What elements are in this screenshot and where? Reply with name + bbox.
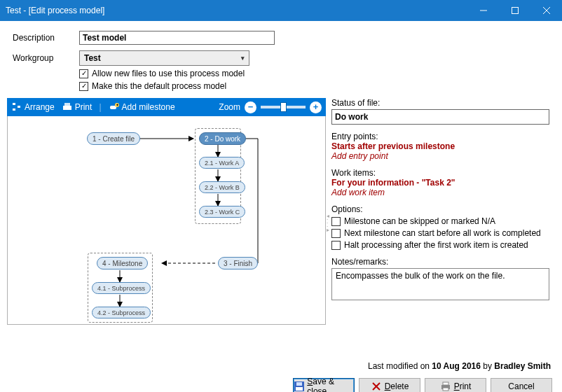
maximize-button[interactable] [499, 0, 530, 21]
workgroup-select[interactable]: Test ▾ [79, 50, 249, 66]
node-work-a[interactable]: 2.1 - Work A [199, 157, 245, 169]
svg-rect-20 [296, 387, 303, 391]
entry-point-item[interactable]: Starts after previous milestone [331, 141, 549, 151]
options-label: Options: [331, 204, 549, 214]
entry-points-label: Entry points: [331, 132, 549, 141]
workgroup-label: Workgroup [13, 53, 79, 63]
allow-new-files-label: Allow new files to use this process mode… [92, 69, 245, 78]
zoom-slider[interactable] [261, 106, 306, 108]
node-work-b[interactable]: 2.2 - Work B [199, 181, 245, 193]
save-icon [294, 381, 304, 392]
notes-label: Notes/remarks: [331, 257, 549, 267]
diagram-canvas[interactable]: 1 - Create file 2 - Do work 2.1 - Work A… [7, 116, 326, 325]
svg-rect-1 [512, 8, 518, 14]
zoom-out-button[interactable]: − [245, 102, 256, 113]
node-create-file[interactable]: 1 - Create file [87, 132, 140, 145]
description-input[interactable] [79, 31, 275, 45]
option-next-label: Next milestone can start before all work… [344, 228, 541, 238]
status-input[interactable] [331, 109, 549, 125]
chevron-down-icon: ▾ [241, 55, 245, 62]
svg-rect-26 [443, 388, 448, 391]
print-button[interactable]: Print [425, 378, 486, 392]
node-finish[interactable]: 3 - Finish [218, 257, 258, 270]
delete-button[interactable]: Delete [359, 378, 420, 392]
node-subprocess-1[interactable]: 4.1 - Subprocess [92, 282, 151, 294]
add-entry-point-link[interactable]: Add entry point [331, 151, 549, 161]
last-modified: Last modified on 10 Aug 2016 by Bradley … [368, 361, 551, 371]
status-label: Status of file: [331, 98, 549, 108]
svg-rect-7 [63, 106, 71, 110]
close-button[interactable] [530, 0, 562, 21]
option-skip-checkbox[interactable] [331, 217, 341, 226]
diagram-toolbar: Arrange Print | ✦ Add milestone Zoom − + [7, 98, 326, 116]
notes-textarea[interactable] [331, 268, 549, 300]
add-milestone-button[interactable]: ✦ Add milestone [109, 102, 175, 113]
titlebar: Test - [Edit process model] [0, 0, 562, 21]
svg-rect-8 [64, 103, 70, 106]
svg-rect-5 [13, 108, 15, 111]
splitter-handle[interactable]: ◂···▸ [327, 213, 329, 229]
make-default-checkbox[interactable] [79, 82, 88, 91]
svg-rect-25 [443, 382, 448, 385]
svg-rect-6 [18, 106, 20, 108]
make-default-label: Make this the default process model [92, 81, 226, 91]
print-icon [62, 102, 73, 113]
node-subprocess-2[interactable]: 4.2 - Subprocess [92, 307, 151, 318]
add-milestone-icon: ✦ [109, 102, 120, 113]
add-work-item-link[interactable]: Add work item [331, 188, 549, 197]
arrange-icon [11, 102, 22, 113]
arrange-button[interactable]: Arrange [11, 102, 55, 113]
toolbar-print-button[interactable]: Print [62, 102, 92, 113]
svg-rect-21 [296, 382, 302, 386]
work-items-label: Work items: [331, 168, 549, 178]
description-label: Description [13, 33, 79, 43]
print-icon [440, 381, 451, 392]
delete-icon [371, 381, 382, 392]
svg-rect-4 [13, 103, 15, 105]
node-work-c[interactable]: 2.3 - Work C [199, 206, 245, 218]
node-milestone[interactable]: 4 - Milestone [97, 257, 148, 270]
zoom-label: Zoom [219, 102, 240, 112]
zoom-in-button[interactable]: + [310, 102, 322, 113]
save-close-button[interactable]: Save & close [293, 378, 355, 392]
option-halt-label: Halt processing after the first work ite… [344, 240, 528, 250]
option-skip-label: Milestone can be skipped or marked N/A [344, 216, 495, 226]
cancel-button[interactable]: Cancel [491, 378, 552, 392]
allow-new-files-checkbox[interactable] [79, 69, 88, 78]
workgroup-value: Test [84, 53, 101, 63]
window-title: Test - [Edit process model] [6, 6, 467, 15]
node-do-work[interactable]: 2 - Do work [199, 132, 246, 145]
minimize-button[interactable] [467, 0, 499, 21]
option-halt-checkbox[interactable] [331, 241, 341, 250]
option-next-checkbox[interactable] [331, 229, 341, 238]
work-item[interactable]: For your information - "Task 2" [331, 178, 549, 188]
svg-text:✦: ✦ [115, 103, 118, 107]
